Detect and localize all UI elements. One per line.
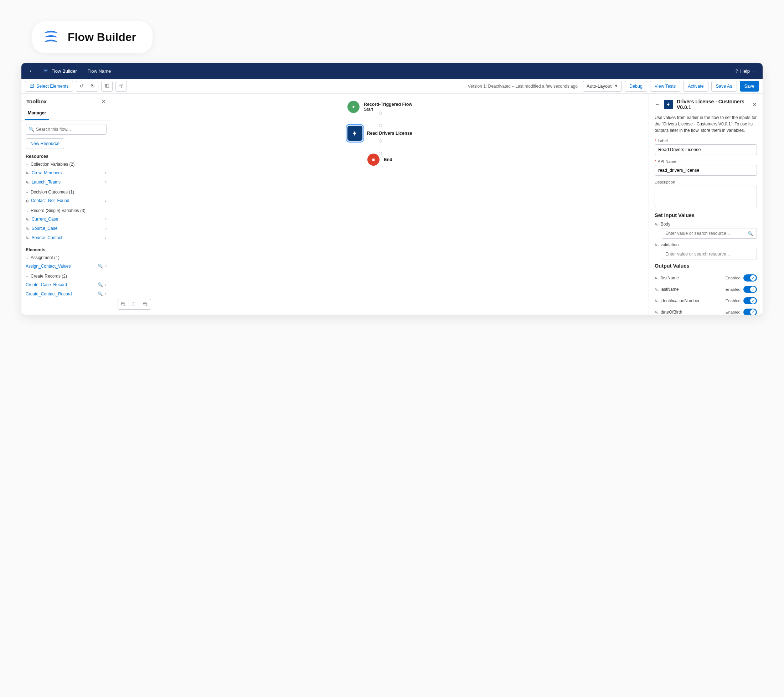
help-menu[interactable]: ? Help ⌄ xyxy=(732,68,758,74)
chevron-right-icon: › xyxy=(105,198,107,203)
app-brand[interactable]: Flow Builder xyxy=(38,68,82,74)
view-tests-button[interactable]: View Tests xyxy=(650,81,680,92)
select-elements-label: Select Elements xyxy=(36,84,68,89)
output-name: firstName xyxy=(661,275,679,280)
validation-resource-input[interactable] xyxy=(662,249,757,259)
start-node[interactable]: Record-Triggered FlowStart xyxy=(348,101,412,113)
connector[interactable] xyxy=(379,113,380,126)
text-type-icon: Aₐ xyxy=(655,299,659,303)
elements-heading: Elements xyxy=(26,247,107,252)
back-button[interactable]: ← xyxy=(26,68,38,75)
text-type-icon: Aₐ xyxy=(26,218,30,221)
group-decision-outcomes[interactable]: ⌄Decision Outcomes (1) xyxy=(26,189,107,194)
undo-button[interactable]: ↺ xyxy=(76,81,87,92)
element-item[interactable]: Create_Case_Record🔍› xyxy=(26,280,107,289)
panel-close-button[interactable]: ✕ xyxy=(752,101,757,108)
search-icon: 🔍 xyxy=(28,127,34,132)
svg-point-3 xyxy=(121,85,122,86)
svg-line-6 xyxy=(124,304,125,306)
description-field-label: Description xyxy=(655,180,675,184)
output-toggle[interactable] xyxy=(743,297,757,304)
zoom-fit-button[interactable] xyxy=(128,299,140,310)
chevron-right-icon: › xyxy=(105,217,107,222)
search-icon[interactable]: 🔍 xyxy=(98,264,103,269)
action-node[interactable]: Read Drivers License xyxy=(348,126,412,141)
save-as-button[interactable]: Save As xyxy=(711,81,737,92)
enabled-label: Enabled xyxy=(726,276,741,280)
panel-icon xyxy=(105,83,109,89)
description-field[interactable] xyxy=(655,186,757,207)
connector[interactable] xyxy=(379,141,380,153)
panel-title: Drivers License - Customers V0.0.1 xyxy=(677,99,749,110)
toolbox-close-button[interactable]: ✕ xyxy=(101,98,106,105)
select-elements-button[interactable]: Select Elements xyxy=(25,81,73,92)
end-node[interactable]: End xyxy=(367,153,392,166)
flow-name-tab[interactable]: Flow Name xyxy=(82,68,117,74)
resource-item[interactable]: AₐCurrent_Case› xyxy=(26,214,107,224)
chevron-right-icon: › xyxy=(105,180,107,185)
canvas[interactable]: Record-Triggered FlowStart Read Drivers … xyxy=(111,94,649,315)
zoom-out-icon xyxy=(121,302,126,308)
chevron-down-icon: ⌄ xyxy=(752,69,755,73)
group-assignment[interactable]: ⌄Assignment (1) xyxy=(26,255,107,260)
properties-panel: ← Drivers License - Customers V0.0.1 ✕ U… xyxy=(649,94,763,315)
toolbox-search-input[interactable] xyxy=(26,124,107,135)
zoom-in-button[interactable] xyxy=(140,299,151,310)
tab-manager[interactable]: Manager xyxy=(25,108,49,120)
debug-button[interactable]: Debug xyxy=(625,81,647,92)
redo-icon: ↻ xyxy=(91,83,95,89)
app-brand-label: Flow Builder xyxy=(51,68,77,74)
api-name-field-label: API Name xyxy=(657,159,676,163)
select-icon xyxy=(30,83,34,89)
workspace: Toolbox ✕ Manager 🔍 New Resource Resourc… xyxy=(21,94,763,315)
group-collection-variables[interactable]: ⌄Collection Variables (2) xyxy=(26,162,107,167)
text-type-icon: Aₐ xyxy=(655,222,659,226)
toolbox-title: Toolbox xyxy=(26,98,47,104)
product-title-pill: Flow Builder xyxy=(32,21,153,53)
body-resource-input[interactable] xyxy=(662,228,757,239)
element-item[interactable]: Create_Contact_Record🔍› xyxy=(26,289,107,298)
output-values-heading: Output Values xyxy=(655,263,757,269)
group-record-vars[interactable]: ⌄Record (Single) Variables (3) xyxy=(26,208,107,213)
output-row: AₐlastNameEnabled xyxy=(655,283,757,295)
resource-item[interactable]: AₐSource_Case› xyxy=(26,224,107,233)
resource-item[interactable]: AₐLaunch_Teams› xyxy=(26,178,107,187)
toggle-panel-button[interactable] xyxy=(101,81,113,92)
redo-button[interactable]: ↻ xyxy=(87,81,98,92)
group-create-records[interactable]: ⌄Create Records (2) xyxy=(26,274,107,278)
resource-item[interactable]: ◐Contact_Not_Found› xyxy=(26,196,107,205)
layout-mode-select[interactable]: Auto-Layout ▼ xyxy=(583,81,622,92)
enabled-label: Enabled xyxy=(726,287,741,292)
text-type-icon: Aₐ xyxy=(655,310,659,314)
api-name-field[interactable] xyxy=(655,165,757,176)
zoom-out-button[interactable] xyxy=(118,299,129,310)
search-icon[interactable]: 🔍 xyxy=(98,292,103,297)
undo-redo-group: ↺ ↻ xyxy=(76,81,98,92)
enabled-label: Enabled xyxy=(726,310,741,314)
output-toggle[interactable] xyxy=(743,274,757,282)
toolbox-search: 🔍 xyxy=(26,124,107,135)
input-body-label: Body xyxy=(661,222,670,227)
lightning-icon xyxy=(664,100,673,109)
enabled-label: Enabled xyxy=(726,298,741,303)
search-icon[interactable]: 🔍 xyxy=(98,282,103,287)
output-toggle[interactable] xyxy=(743,308,757,315)
start-node-title: Record-Triggered Flow xyxy=(364,102,412,107)
label-field[interactable] xyxy=(655,144,757,155)
settings-button[interactable] xyxy=(115,81,127,92)
search-icon: 🔍 xyxy=(748,231,753,236)
text-type-icon: Aₐ xyxy=(26,171,30,175)
output-name: lastName xyxy=(661,287,679,292)
new-resource-button[interactable]: New Resource xyxy=(26,138,64,149)
save-button[interactable]: Save xyxy=(740,81,759,92)
chevron-right-icon: › xyxy=(105,292,107,297)
output-row: AₐidentificationNumberEnabled xyxy=(655,295,757,306)
resource-item[interactable]: AₐCrew_Members› xyxy=(26,168,107,178)
chevron-down-icon: ⌄ xyxy=(26,190,28,194)
activate-button[interactable]: Activate xyxy=(683,81,708,92)
output-toggle[interactable] xyxy=(743,286,757,293)
product-title: Flow Builder xyxy=(68,31,136,44)
resource-item[interactable]: AₐSource_Contact› xyxy=(26,233,107,242)
element-item[interactable]: Assign_Contact_Values🔍› xyxy=(26,262,107,271)
panel-back-button[interactable]: ← xyxy=(655,101,660,108)
